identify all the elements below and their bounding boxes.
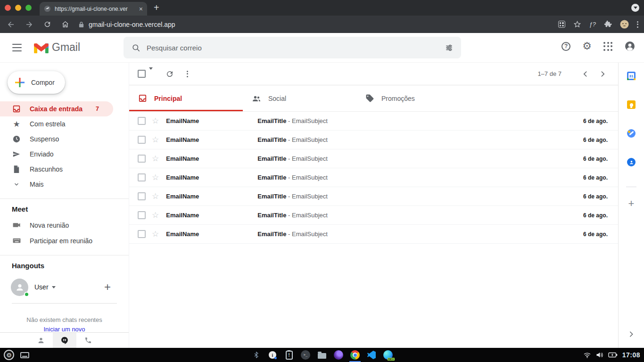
tab-search-button[interactable] xyxy=(631,4,639,12)
taskbar-clock[interactable]: 17:08 xyxy=(622,351,640,359)
star-outline-icon[interactable]: ☆ xyxy=(152,155,159,163)
sidebar-item-starred[interactable]: ★ Com estrela xyxy=(0,116,113,132)
tab-social[interactable]: Social xyxy=(243,85,356,111)
tab-groups-icon[interactable] xyxy=(558,21,565,28)
contacts-icon[interactable] xyxy=(627,158,636,166)
bookmark-star-icon[interactable] xyxy=(573,20,581,28)
hangouts-user-dropdown[interactable]: User xyxy=(34,283,56,291)
keep-icon[interactable] xyxy=(627,100,636,109)
home-button[interactable] xyxy=(61,20,69,28)
browser-profile-avatar[interactable] xyxy=(620,20,629,29)
terminal-app-icon[interactable]: >_ xyxy=(300,348,311,362)
newer-page-chevron[interactable] xyxy=(577,71,594,77)
email-date: 6 de ago. xyxy=(583,231,608,238)
window-minimize-button[interactable] xyxy=(15,5,21,11)
email-subject: EmailSubject xyxy=(292,193,328,200)
more-options-icon[interactable] xyxy=(187,71,188,77)
account-avatar-icon[interactable] xyxy=(624,41,636,52)
clipboard-app-icon[interactable]: ! xyxy=(284,348,294,362)
battery-charging-icon[interactable] xyxy=(608,352,618,358)
search-input[interactable] xyxy=(147,44,445,52)
hide-panel-chevron[interactable] xyxy=(629,331,634,337)
sidebar-item-sent[interactable]: Enviado xyxy=(0,147,113,162)
back-button[interactable] xyxy=(7,20,15,29)
calendar-icon[interactable]: 31 xyxy=(627,72,636,80)
email-date: 6 de ago. xyxy=(583,137,608,143)
start-new-chat-link[interactable]: Iniciar um novo xyxy=(0,326,129,333)
purple-app-icon[interactable] xyxy=(333,348,344,362)
window-maximize-button[interactable] xyxy=(25,5,32,11)
tasks-icon[interactable] xyxy=(627,129,636,138)
chrome-app-icon[interactable] xyxy=(350,348,360,362)
email-checkbox[interactable] xyxy=(138,211,146,219)
sidebar-item-snoozed[interactable]: Suspenso xyxy=(0,132,113,147)
email-checkbox[interactable] xyxy=(138,136,146,144)
browser-menu-icon[interactable] xyxy=(637,21,638,28)
star-outline-icon[interactable]: ☆ xyxy=(152,173,159,181)
older-page-chevron[interactable] xyxy=(594,71,611,77)
help-icon[interactable]: ? xyxy=(561,42,570,51)
sidebar-item-drafts[interactable]: Rascunhos xyxy=(0,162,113,177)
email-checkbox[interactable] xyxy=(138,173,146,181)
forward-button[interactable] xyxy=(25,20,33,29)
volume-icon[interactable] xyxy=(596,352,603,358)
new-chat-plus-icon[interactable]: + xyxy=(104,280,111,294)
browser-tab[interactable]: https://gmail-ui-clone-one.ver × xyxy=(40,2,147,16)
email-checkbox[interactable] xyxy=(138,117,146,125)
settings-gear-icon[interactable]: ⚙ xyxy=(582,41,592,51)
extension-f-icon[interactable]: ƒ? xyxy=(589,21,596,28)
address-bar[interactable]: gmail-ui-clone-one.vercel.app xyxy=(79,21,558,28)
gmail-logo[interactable] xyxy=(34,42,49,53)
star-outline-icon[interactable]: ☆ xyxy=(152,136,159,144)
window-close-button[interactable] xyxy=(5,5,11,11)
search-options-icon[interactable] xyxy=(445,43,454,52)
bluetooth-icon[interactable] xyxy=(251,348,261,362)
star-outline-icon[interactable]: ☆ xyxy=(152,192,159,200)
select-dropdown-caret[interactable] xyxy=(149,70,153,78)
email-checkbox[interactable] xyxy=(138,230,146,238)
phone-tab-icon[interactable] xyxy=(76,333,100,348)
tab-close-icon[interactable]: × xyxy=(139,6,143,12)
inbox-icon xyxy=(12,105,21,113)
search-bar[interactable] xyxy=(124,37,461,58)
wifi-icon[interactable] xyxy=(583,352,591,358)
extensions-puzzle-icon[interactable] xyxy=(604,20,612,28)
email-row[interactable]: ☆ EmailName EmailTitle - EmailSubject 6 … xyxy=(129,168,618,187)
taskbar-settings-icon[interactable]: ⚙ xyxy=(4,350,14,360)
meet-new-meeting[interactable]: Nova reunião xyxy=(0,217,129,233)
reload-button[interactable] xyxy=(43,20,51,28)
files-app-icon[interactable] xyxy=(317,348,327,362)
email-row[interactable]: ☆ EmailName EmailTitle - EmailSubject 6 … xyxy=(129,112,618,131)
refresh-icon[interactable] xyxy=(165,70,174,78)
email-checkbox[interactable] xyxy=(138,192,146,200)
taskbar-keyboard-icon[interactable] xyxy=(20,352,29,358)
tab-promotions[interactable]: Promoções xyxy=(356,85,470,111)
email-row[interactable]: ☆ EmailName EmailTitle - EmailSubject 6 … xyxy=(129,187,618,206)
vscode-app-icon[interactable] xyxy=(366,348,377,362)
contacts-tab-icon[interactable] xyxy=(29,333,53,348)
star-outline-icon[interactable]: ☆ xyxy=(152,230,159,238)
email-row[interactable]: ☆ EmailName EmailTitle - EmailSubject 6 … xyxy=(129,131,618,149)
tab-primary[interactable]: Principal xyxy=(129,85,243,111)
get-addons-plus-icon[interactable]: + xyxy=(628,197,635,210)
sidebar-item-inbox[interactable]: Caixa de entrada 7 xyxy=(0,101,113,116)
edge-dev-app-icon[interactable]: DEV xyxy=(383,348,393,362)
star-outline-icon[interactable]: ☆ xyxy=(152,211,159,219)
email-checkbox[interactable] xyxy=(138,155,146,163)
sidebar-item-more[interactable]: Mais xyxy=(0,177,113,192)
email-row[interactable]: ☆ EmailName EmailTitle - EmailSubject 6 … xyxy=(129,225,618,244)
google-apps-grid-icon[interactable] xyxy=(603,42,612,51)
search-icon[interactable] xyxy=(132,43,140,52)
new-tab-button[interactable]: + xyxy=(154,2,159,13)
info-app-icon[interactable]: i xyxy=(267,348,278,362)
star-outline-icon[interactable]: ☆ xyxy=(152,117,159,125)
compose-button[interactable]: Compor xyxy=(8,71,65,94)
hangouts-tab-icon[interactable] xyxy=(53,333,76,348)
email-row[interactable]: ☆ EmailName EmailTitle - EmailSubject 6 … xyxy=(129,149,618,168)
hamburger-menu-icon[interactable] xyxy=(12,44,22,51)
hangouts-user-avatar[interactable] xyxy=(11,279,28,296)
meet-join-meeting[interactable]: Participar em reunião xyxy=(0,233,129,248)
email-row[interactable]: ☆ EmailName EmailTitle - EmailSubject 6 … xyxy=(129,206,618,225)
email-separator: - xyxy=(288,193,290,200)
select-all-checkbox[interactable] xyxy=(138,70,146,78)
